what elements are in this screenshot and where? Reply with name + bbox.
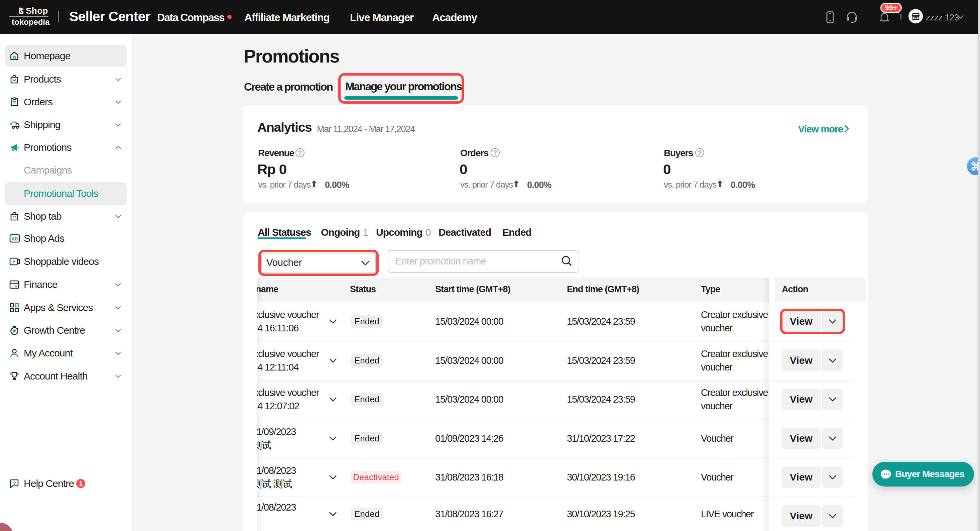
svg-text:?: ? <box>13 480 16 486</box>
svg-text:AD: AD <box>12 236 18 241</box>
